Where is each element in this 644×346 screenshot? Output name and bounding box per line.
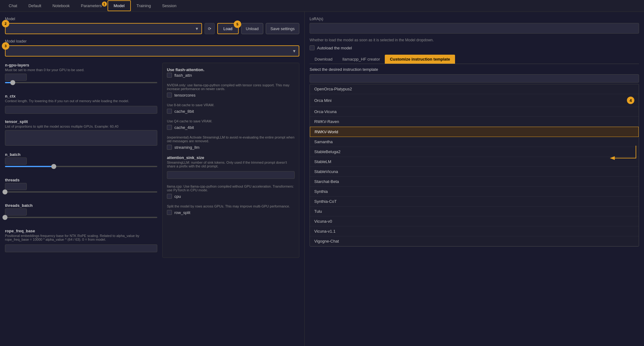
n-ctx-value[interactable]: 1048576 [5,106,157,114]
loader-dropdown-arrow[interactable]: ▼ [290,49,299,53]
template-item-vicuna-v0[interactable]: Vicuna-v0 [310,216,639,226]
tab-default[interactable]: Default [23,1,47,11]
streaming-label: streaming_llm [174,145,200,150]
model-dropdown-arrow[interactable]: ▼ [192,26,201,31]
tab-chat[interactable]: Chat [3,1,23,11]
param-rope-freq-base: rope_freq_base Positional embeddings fre… [5,229,157,252]
template-area: None OpenOrca-Platypus2 Orca Mini 4 Orca… [310,74,639,247]
sub-tabs-row: Download llamacpp_HF creator Customize i… [310,55,639,64]
row-split-checkbox[interactable] [167,210,172,215]
cpu-checkbox[interactable] [167,194,172,199]
param-tensor-split: tensor_split List of proportions to spli… [5,119,157,147]
n-batch-slider[interactable] [5,166,157,172]
template-item-openorca-platypus2[interactable]: OpenOrca-Platypus2 [310,84,639,94]
model-refresh-button[interactable]: ⟳ [205,23,215,34]
sub-tab-customize-template[interactable]: Customize instruction template [385,55,455,64]
model-row: rwkv-6-world-1b6-q2_k.gguf ▼ 2 ⟳ Load 5 … [5,23,299,34]
params-right-col: Use flash-attention. flash_attn NVIDIA o… [162,63,299,258]
attention-sink-value[interactable]: 5 [167,171,295,179]
threads-batch-value[interactable]: 0 [5,208,27,216]
param-n-ctx: n_ctx Context length. Try lowering this … [5,94,157,114]
threads-batch-slider[interactable] [5,217,157,223]
autoload-label: Autoload the model [317,46,352,50]
autoload-description: Whether to load the model as soon as it … [310,38,639,42]
cache8bit-row: cache_8bit [167,109,295,114]
params-left-col: n-gpu-layers Must be set to more than 0 … [5,63,157,258]
cache8bit-checkbox[interactable] [167,109,172,114]
rope-freq-base-value[interactable]: 0 [5,244,157,252]
tab-model[interactable]: Model [108,0,131,11]
streaming-block: (experimental) Activate StreamingLLM to … [167,135,295,150]
cache4bit-block: Use Q4 cache to save VRAM. cache_4bit [167,119,295,130]
cache4bit-row: cache_4bit [167,125,295,130]
tab-session[interactable]: Session [156,1,182,11]
tab-training[interactable]: Training [131,1,156,11]
flash-attn-checkbox[interactable] [167,73,172,78]
model-section-label: Model [5,17,299,21]
n-batch-value[interactable]: 512 [5,157,27,165]
template-item-synthia-cot[interactable]: Synthia-CoT [310,197,639,207]
template-item-starchat-beta[interactable]: Starchat-Beta [310,177,639,187]
param-n-batch: n_batch 512 [5,152,157,172]
model-dropdown[interactable]: rwkv-6-world-1b6-q2_k.gguf ▼ 2 [5,23,202,34]
flash-attn-row: flash_attn [167,73,295,78]
unload-button[interactable]: Unload [241,23,263,34]
threads-value[interactable]: 0 [5,183,27,190]
loader-row: llama.cpp ▼ 3 [5,45,299,57]
top-navigation: Chat Default Notebook Parameters 1 Model… [0,0,644,12]
template-selector-label: Select the desired instruction template [310,67,639,72]
params-layout: n-gpu-layers Must be set to more than 0 … [5,63,299,258]
threads-slider[interactable] [5,191,157,198]
cache4bit-label: cache_4bit [174,125,194,130]
param-n-gpu-layers: n-gpu-layers Must be set to more than 0 … [5,63,157,88]
template-item-vicuna-v1-1[interactable]: Vicuna-v1.1 [310,226,639,236]
tab-notebook[interactable]: Notebook [47,1,76,11]
lora-label: LoRA(s) [310,17,639,21]
param-threads-batch: threads_batch 0 [5,203,157,223]
loader-dropdown[interactable]: llama.cpp ▼ 3 [5,45,299,57]
tensorcores-row: tensorcores [167,93,295,98]
template-item-rwkv-raven[interactable]: RWKV-Raven [310,117,639,127]
template-item-stablebeluga2[interactable]: StableBeluga2 [310,147,639,157]
template-item-orca-vicuna[interactable]: Orca-Vicuna [310,107,639,117]
streaming-row: streaming_llm [167,145,295,150]
tensor-split-value[interactable] [5,130,157,146]
badge-3: 3 [2,42,9,50]
flash-attn-label: flash_attn [174,73,192,78]
flash-attention-block: Use flash-attention. flash_attn [167,67,295,78]
cache4bit-checkbox[interactable] [167,125,172,130]
n-gpu-layers-value[interactable]: 25 [5,74,27,81]
template-item-vigogne-chat[interactable]: Vigogne-Chat [310,236,639,246]
n-gpu-layers-slider[interactable] [5,82,157,88]
loader-input[interactable]: llama.cpp [6,48,290,55]
badge-2: 2 [2,20,9,27]
tensorcores-label: tensorcores [174,93,196,98]
template-item-rwkv-world[interactable]: RWKV-World [310,127,639,137]
template-item-tulu[interactable]: Tulu [310,207,639,216]
template-item-samantha[interactable]: Samantha [310,137,639,147]
row-split-label: row_split [174,210,190,215]
lora-input[interactable] [310,23,639,34]
row-split-block: Split the model by rows across GPUs. Thi… [167,204,295,215]
cpu-block: llama.cpp: Use llama-cpp-python compiled… [167,184,295,199]
main-layout: Model rwkv-6-world-1b6-q2_k.gguf ▼ 2 ⟳ L… [0,12,644,346]
autoload-checkbox[interactable] [310,45,315,50]
tab-parameters[interactable]: Parameters 1 [75,1,107,11]
tensorcores-checkbox[interactable] [167,93,172,98]
template-item-synthia[interactable]: Synthia [310,187,639,197]
streaming-checkbox[interactable] [167,145,172,150]
template-item-orca-mini[interactable]: Orca Mini 4 [310,94,639,107]
template-search-input[interactable]: None [310,74,639,83]
tensorcores-block: NVIDIA only: use llama-cpp-python compil… [167,83,295,98]
left-panel: Model rwkv-6-world-1b6-q2_k.gguf ▼ 2 ⟳ L… [0,12,305,346]
sub-tab-llamacpp-hf[interactable]: llamacpp_HF creator [338,55,385,64]
model-input[interactable]: rwkv-6-world-1b6-q2_k.gguf [6,25,192,32]
save-settings-button[interactable]: Save settings [266,23,299,34]
sub-tab-download[interactable]: Download [310,55,338,64]
template-item-stablevicuna[interactable]: StableVicuna [310,167,639,177]
template-item-stablelm[interactable]: StableLM [310,157,639,167]
param-threads: threads 0 [5,178,157,198]
cpu-row: cpu [167,194,295,199]
parameters-badge: 1 [102,2,107,7]
load-button[interactable]: Load 5 [217,23,239,34]
